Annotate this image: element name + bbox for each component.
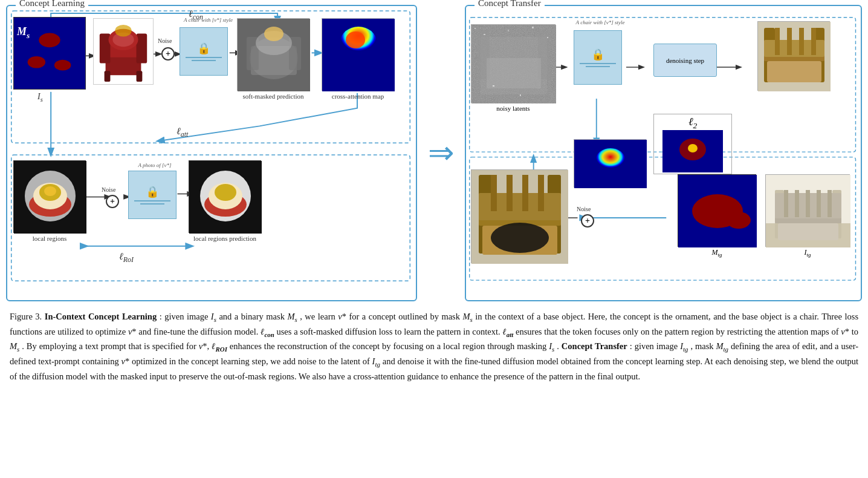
mtg-image [678,174,756,247]
caption-text7: . By employing a text prompt that is spe… [22,341,212,351]
local-regions-prediction-image [189,160,261,233]
caption-text9: . [557,341,562,351]
concept-transfer-box: Concept Transfer [465,5,862,301]
caption-ms2: Ms [463,312,473,321]
svg-rect-117 [806,190,810,217]
svg-rect-20 [106,54,141,75]
caption-ct-title: Concept Transfer [562,341,627,351]
caption-title: In-Context Concept Learning [45,312,157,321]
caption-latt: ℓatt [502,327,513,336]
plus-circle-bottom: + [106,195,119,208]
prompt-bottom: A photo of [v*] [128,162,181,168]
caption-is2: Is [549,341,554,351]
l-att-label: ℓatt [177,126,188,139]
svg-rect-82 [767,61,821,82]
prompt-top: A chair with [v*] style [180,17,237,23]
svg-point-45 [44,186,56,196]
svg-rect-100 [507,175,513,211]
chair-source-image [93,18,154,85]
svg-point-106 [727,212,751,229]
caption-area: Figure 3. In-Context Concept Learning : … [6,307,862,385]
is-label: Is [37,92,43,103]
svg-rect-71 [474,28,476,29]
caption-text10: : given image [630,341,680,351]
local-regions-label: local regions [13,235,86,242]
unet-top: 🔒 [180,27,228,76]
svg-point-28 [115,25,131,37]
svg-point-50 [215,184,236,201]
svg-rect-74 [532,27,534,28]
svg-rect-113 [778,223,838,240]
svg-rect-24 [105,71,111,82]
plus-circle-ct-bottom: + [581,214,594,228]
figure-num: Figure 3. [10,312,42,321]
svg-point-92 [596,148,625,170]
svg-rect-102 [538,175,544,211]
caption-text11: , mask [690,341,716,351]
svg-rect-75 [547,37,548,38]
transition-arrow: ⇒ [424,5,458,301]
concept-transfer-title: Concept Transfer [474,0,545,8]
local-regions-image [13,160,86,233]
prompt-ct-top: A chair with [v*] style [574,19,627,25]
soft-masked-label: soft-masked prediction [237,93,309,100]
svg-rect-77 [520,94,521,96]
svg-rect-101 [522,175,528,211]
svg-rect-70 [471,25,556,103]
ct-chair-bottom [471,169,568,263]
caption-ms3: Ms [10,341,19,351]
svg-point-38 [346,31,365,48]
svg-rect-87 [811,28,816,55]
noisy-latents-label: noisy latents [471,105,555,112]
svg-rect-72 [484,34,485,35]
svg-point-18 [54,60,71,71]
caption-itg: Itg [680,341,688,351]
caption-lcon: ℓcon [261,327,274,336]
local-regions-prediction-label: local regions prediction [189,235,261,242]
concept-learning-title: Concept Learning [16,0,88,8]
noise-label-ct-bottom: Noise [577,206,591,212]
itg-image [765,174,850,247]
noisy-latents-image [471,24,555,103]
svg-point-16 [39,33,60,48]
svg-rect-118 [817,190,821,217]
concept-learning-box: Concept Learning [6,5,417,301]
svg-rect-25 [137,71,143,82]
svg-point-35 [264,27,283,41]
noise-label-bottom: Noise [102,186,115,193]
caption-text3: , we learn v* for a concept outlined by … [300,312,462,321]
cross-attention-map-label: cross-attention map [322,93,394,100]
caption-lroi: ℓROI [212,341,227,351]
svg-point-90 [688,144,698,152]
svg-point-103 [491,223,549,253]
soft-masked-prediction-image [237,18,309,91]
cross-attention-map-ct-image [574,139,646,188]
cross-attention-map-image [322,18,394,91]
caption-text1: : given image [160,312,211,321]
svg-rect-84 [775,28,780,55]
l-roi-label: ℓRoI [119,251,134,264]
noise-label-top: Noise [158,38,172,44]
mtg-label-bottom: Mtg [678,248,756,258]
svg-rect-76 [493,85,494,87]
caption-is: Is [211,312,216,321]
svg-rect-86 [799,28,804,55]
ms-label: Ms [17,25,30,41]
caption-text2: and a binary mask [219,312,287,321]
itg-label-bottom: Itg [765,248,850,258]
caption-itg2: Itg [372,356,380,366]
plus-circle-top: + [161,47,175,61]
svg-rect-73 [508,30,509,31]
caption-mtg: Mtg [716,341,728,351]
denoising-step-box: denoising step [653,44,717,77]
l2-box: ℓ2 [653,114,732,174]
svg-rect-85 [787,28,792,55]
main-container: Concept Learning [0,0,868,390]
svg-rect-119 [828,190,832,217]
caption-ms: Ms [287,312,297,321]
caption-text8: enhances the reconstruction of the conce… [230,341,549,351]
unet-ct: 🔒 [574,30,622,85]
caption-text5: uses a soft-masked diffusion loss to lea… [276,327,502,336]
diagram-area: Concept Learning [6,5,862,301]
svg-rect-116 [795,190,799,217]
